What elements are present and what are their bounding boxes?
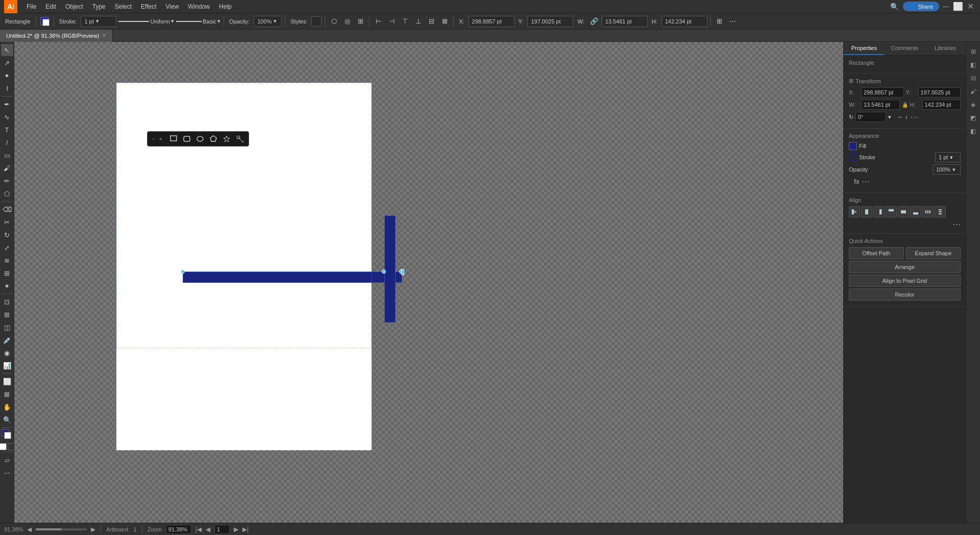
graph-tool[interactable]: 📊 <box>1 359 13 372</box>
resize-handle-right[interactable] <box>401 269 404 275</box>
share-button[interactable]: 👤 Share <box>903 2 939 11</box>
x-value-field[interactable]: 298.8857 pt <box>469 16 514 27</box>
window-restore[interactable]: ⬜ <box>952 1 964 12</box>
zoom-input[interactable] <box>166 525 191 534</box>
h-value-field[interactable]: 142.234 pt <box>662 16 707 27</box>
align-v-center[interactable]: ⊟ <box>426 16 437 27</box>
x-input[interactable] <box>861 87 904 98</box>
tab-close-button[interactable]: ✕ <box>102 33 106 38</box>
stroke-weight-panel[interactable]: 1 pt ▾ <box>935 152 961 162</box>
fill-swatch-bg[interactable] <box>39 16 51 27</box>
type-tool[interactable]: T <box>1 124 13 136</box>
hand-tool[interactable]: ✋ <box>1 401 13 413</box>
nav-prev[interactable]: ◀ <box>206 526 210 533</box>
eyedropper-tool[interactable]: 💉 <box>1 334 13 346</box>
stroke-color-swatch[interactable] <box>849 153 857 161</box>
rectangle-tool[interactable]: ▭ <box>1 149 13 161</box>
window-close[interactable]: ✕ <box>965 1 976 12</box>
more-options[interactable]: ⋯ <box>727 16 739 27</box>
clipping-mask[interactable]: ⊞ <box>355 16 366 27</box>
shape-tool-rounded-rect[interactable] <box>181 133 192 144</box>
opacity-dropdown[interactable]: 100% ▾ <box>254 16 282 27</box>
curvature-tool[interactable]: ∿ <box>1 111 13 123</box>
anchor-point-junction[interactable] <box>382 270 386 274</box>
mesh-tool[interactable]: ⊞ <box>1 308 13 321</box>
anchor-point-left[interactable] <box>181 270 185 274</box>
brush-icon[interactable]: 🖌 <box>968 86 979 97</box>
align-h-left[interactable]: ⊢ <box>373 16 384 27</box>
nav-first[interactable]: |◀ <box>195 526 202 533</box>
fill-color-swatch[interactable] <box>849 142 857 150</box>
zoom-slider[interactable] <box>36 528 87 530</box>
align-h-center[interactable]: ⊣ <box>386 16 397 27</box>
shape-tool-rectangle[interactable] <box>168 133 179 144</box>
float-close[interactable]: × <box>158 136 164 142</box>
puppet-warp-tool[interactable]: ⁕ <box>1 280 13 292</box>
offset-path-button[interactable]: Offset Path <box>849 247 904 259</box>
zoom-out-btn[interactable]: ◀ <box>27 526 32 533</box>
recolor-button[interactable]: Recolor <box>849 288 961 301</box>
pencil-tool[interactable]: ✏ <box>1 175 13 187</box>
menu-help[interactable]: Help <box>215 2 236 11</box>
canvas-area[interactable]: − × <box>14 42 843 523</box>
fill-stroke-indicator[interactable] <box>2 429 13 441</box>
w-value-field[interactable]: 13.5461 pt <box>602 16 648 27</box>
align-h-right[interactable]: ⊤ <box>399 16 410 27</box>
style-swatch[interactable] <box>311 16 322 27</box>
flip-v-icon[interactable]: ↕ <box>905 114 908 120</box>
align-v-top[interactable]: ⊥ <box>412 16 424 27</box>
normal-mode[interactable] <box>0 443 7 450</box>
shape-tool-ellipse[interactable] <box>194 133 206 144</box>
menu-file[interactable]: File <box>22 2 40 11</box>
stroke-profile-dropdown[interactable]: Uniform ▾ <box>118 18 174 25</box>
shape-tool-star[interactable] <box>221 133 232 144</box>
transform-more[interactable]: ⋯ <box>910 112 918 122</box>
panel-toggle[interactable]: ◧ <box>968 126 979 137</box>
distribute-h-btn[interactable] <box>922 206 934 217</box>
opacity-panel-dropdown[interactable]: 100% ▾ <box>933 164 961 175</box>
blend-tool[interactable]: ◉ <box>1 347 13 359</box>
pattern-icon[interactable]: ◈ <box>968 99 979 110</box>
rotate-input[interactable] <box>855 112 886 122</box>
arrange-button[interactable]: Arrange <box>849 261 961 273</box>
free-transform-tool[interactable]: ⊞ <box>1 267 13 279</box>
active-tab[interactable]: Untitled-2* @ 91.38% (RGB/Preview) ✕ <box>0 30 113 42</box>
align-top-btn[interactable] <box>886 206 897 217</box>
artboard-tool[interactable]: ⬜ <box>1 375 13 387</box>
no-fill-mode[interactable] <box>8 443 15 450</box>
slice-tool[interactable]: ⊠ <box>1 388 13 400</box>
opacity-toggle[interactable]: ◎ <box>341 16 353 27</box>
y-value-field[interactable]: 197.0025 pt <box>527 16 573 27</box>
library-icon[interactable]: ⊟ <box>968 72 979 84</box>
nav-next[interactable]: ▶ <box>234 526 238 533</box>
magic-wand-tool[interactable]: ✦ <box>1 69 13 82</box>
distribute-v-btn[interactable] <box>935 206 946 217</box>
lock-proportions-icon[interactable]: 🔒 <box>902 102 908 108</box>
transform-options[interactable]: ⊞ <box>714 16 725 27</box>
appearance-more[interactable]: ⋯ <box>862 177 870 186</box>
constrain-proportions[interactable]: 🔗 <box>589 16 600 27</box>
stroke-style-dropdown[interactable]: Basic ▾ <box>176 18 220 25</box>
shape-tool-polygon[interactable] <box>208 133 219 144</box>
properties-icon[interactable]: ⊞ <box>968 46 979 57</box>
shape-tool-flare[interactable] <box>234 133 246 144</box>
menu-select[interactable]: Select <box>111 2 136 11</box>
selection-tool[interactable]: ↖ <box>1 44 13 56</box>
menu-window[interactable]: Window <box>184 2 214 11</box>
page-input[interactable] <box>214 525 230 534</box>
menu-object[interactable]: Object <box>61 2 87 11</box>
h-input[interactable] <box>922 100 961 110</box>
rotate-dropdown[interactable]: ▾ <box>888 114 891 120</box>
align-v-bottom[interactable]: ⊠ <box>439 16 450 27</box>
pen-tool[interactable]: ✒ <box>1 98 13 110</box>
align-v-center-btn[interactable] <box>898 206 909 217</box>
align-h-center-btn[interactable] <box>861 206 872 217</box>
float-minimize[interactable]: − <box>151 136 157 142</box>
warp-tool[interactable]: ≋ <box>1 254 13 266</box>
y-input[interactable] <box>918 87 961 98</box>
eraser-tool[interactable]: ⌫ <box>1 203 13 215</box>
tab-libraries[interactable]: Libraries <box>925 42 966 55</box>
line-tool[interactable]: / <box>1 136 13 149</box>
menu-effect[interactable]: Effect <box>137 2 160 11</box>
perspective-tool[interactable]: ⊡ <box>1 296 13 308</box>
